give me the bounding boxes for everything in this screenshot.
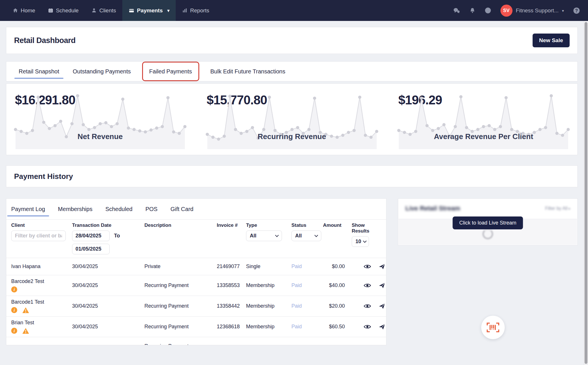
info-icon[interactable] — [11, 307, 17, 313]
dashboard-tabs: Retail Snapshot Outstanding Payments Fai… — [6, 61, 578, 81]
help-icon[interactable]: ? — [573, 7, 580, 14]
date-to-input[interactable] — [72, 244, 110, 254]
tab-memberships[interactable]: Memberships — [58, 199, 92, 219]
row-actions — [352, 263, 385, 270]
tab-gift-card[interactable]: Gift Card — [171, 199, 194, 219]
chevron-down-icon — [363, 239, 367, 243]
amount: $60.50 — [323, 324, 352, 330]
show-results-col: Show Results 10 — [352, 222, 381, 254]
status-filter-col: Status All — [291, 222, 323, 254]
client-filter-col: Client — [11, 222, 72, 254]
nav-item-reports[interactable]: Reports — [176, 0, 216, 21]
account-menu[interactable]: SV Fitness Support... — [500, 5, 564, 17]
avatar: SV — [500, 5, 512, 17]
table-row: Brian Test 30/04/2025 Recurring Payment … — [6, 316, 386, 337]
description: Private — [144, 263, 217, 270]
tab-payment-log[interactable]: Payment Log — [11, 199, 45, 219]
send-receipt-icon[interactable] — [379, 303, 385, 309]
row-actions — [352, 282, 385, 288]
client-filter-input[interactable] — [11, 231, 66, 241]
metrics-row: $16,291.80 Net Revenue $15,770.80 Recurr… — [6, 83, 578, 155]
info-icon[interactable] — [11, 328, 17, 334]
payment-type: Membership — [246, 324, 291, 330]
tab-bulk-edit-future-transactions[interactable]: Bulk Edit Future Transactions — [210, 62, 285, 81]
clock-icon[interactable] — [485, 7, 491, 14]
to-label: To — [114, 233, 120, 239]
info-icon[interactable] — [11, 286, 17, 292]
barcode-icon — [486, 322, 500, 333]
nav-item-home[interactable]: Home — [6, 0, 42, 21]
svg-text:?: ? — [575, 8, 578, 13]
nav-label: Reports — [190, 7, 209, 14]
bar-chart-icon — [182, 8, 187, 13]
table-row: Ivan Hapana 30/04/2025 Private 21469077 … — [6, 258, 386, 275]
chat-icon[interactable] — [453, 7, 460, 14]
view-eye-icon[interactable] — [364, 264, 371, 269]
view-eye-icon[interactable] — [364, 283, 371, 288]
metric-recurring-revenue: $15,770.80 Recurring Revenue — [204, 91, 380, 149]
invoice-number: 13358442 — [217, 303, 246, 309]
send-receipt-icon[interactable] — [379, 263, 385, 270]
metric-value: $15,770.80 — [207, 93, 267, 107]
live-stream-filter-dropdown[interactable]: Filter by All — [545, 206, 570, 211]
avatar-initials: SV — [503, 8, 510, 13]
show-results-select[interactable]: 10 — [352, 236, 369, 247]
nav-item-schedule[interactable]: Schedule — [42, 0, 85, 21]
client-name: Barcode1 Test — [11, 299, 72, 305]
invoice-number: 21469077 — [217, 263, 246, 270]
transaction-date: 30/04/2025 — [72, 263, 144, 270]
view-eye-icon[interactable] — [364, 304, 371, 309]
table-row: Barcode2 Test 30/04/2025 Recurring Payme… — [6, 275, 386, 296]
nav-item-clients[interactable]: Clients — [85, 0, 122, 21]
warning-icon[interactable] — [22, 328, 29, 334]
row-actions — [352, 303, 385, 309]
tab-scheduled[interactable]: Scheduled — [105, 199, 133, 219]
page-title: Retail Dashboard — [14, 36, 76, 45]
nav-item-payments[interactable]: Payments — [122, 0, 176, 21]
client-name: Brian Test — [11, 320, 72, 326]
live-stream-header: Live Retail Stream Filter by All — [398, 199, 577, 218]
nav-label: Home — [21, 7, 35, 14]
barcode-scanner-button[interactable] — [481, 316, 505, 339]
table-filter-row: Client Transaction Date To Description I… — [6, 219, 386, 258]
description: Recurring Payment — [144, 282, 217, 289]
transaction-date: 30/04/2025 — [72, 324, 144, 330]
scrollbar-thumb[interactable] — [585, 22, 587, 364]
payment-type: Single — [246, 263, 291, 270]
date-from-input[interactable] — [72, 231, 110, 241]
load-live-stream-button[interactable]: Click to load Live Stream — [452, 216, 523, 229]
status-badge: Paid — [291, 282, 323, 288]
metric-label: Net Revenue — [12, 132, 188, 141]
new-sale-button[interactable]: New Sale — [533, 34, 570, 47]
view-eye-icon[interactable] — [364, 324, 371, 329]
notifications-bell-icon[interactable] — [469, 7, 475, 14]
tab-retail-snapshot[interactable]: Retail Snapshot — [19, 62, 59, 81]
payment-history-header: Payment History — [6, 165, 578, 187]
tab-outstanding-payments[interactable]: Outstanding Payments — [73, 62, 131, 81]
client-cell: Barcode1 Test — [11, 299, 72, 313]
page-header-card: Retail Dashboard New Sale — [6, 27, 578, 54]
section-title: Payment History — [14, 172, 73, 181]
main-nav: Home Schedule Clients Payments Reports — [6, 0, 216, 21]
description: Recurring Payment — [144, 302, 217, 309]
invoice-number: 12368618 — [217, 324, 246, 330]
column-header-amount: Amount — [323, 222, 352, 228]
type-select-value: All — [250, 233, 256, 239]
status-select[interactable]: All — [291, 231, 321, 241]
warning-icon[interactable] — [22, 307, 29, 313]
nav-label: Schedule — [56, 7, 79, 14]
row-actions — [352, 324, 385, 330]
type-select[interactable]: All — [246, 231, 282, 241]
tab-pos[interactable]: POS — [145, 199, 157, 219]
tab-failed-payments[interactable]: Failed Payments — [142, 62, 199, 81]
column-header-description: Description — [144, 222, 217, 228]
payment-type: Membership — [246, 303, 291, 309]
send-receipt-icon[interactable] — [379, 282, 385, 288]
payment-log-card: Payment Log Memberships Scheduled POS Gi… — [6, 198, 386, 345]
send-receipt-icon[interactable] — [379, 324, 385, 330]
status-badge: Paid — [291, 324, 323, 330]
person-icon — [91, 8, 97, 13]
amount: $0.00 — [323, 263, 352, 270]
client-cell: Barcode2 Test — [11, 278, 72, 292]
transaction-date: 30/04/2025 — [72, 282, 144, 288]
